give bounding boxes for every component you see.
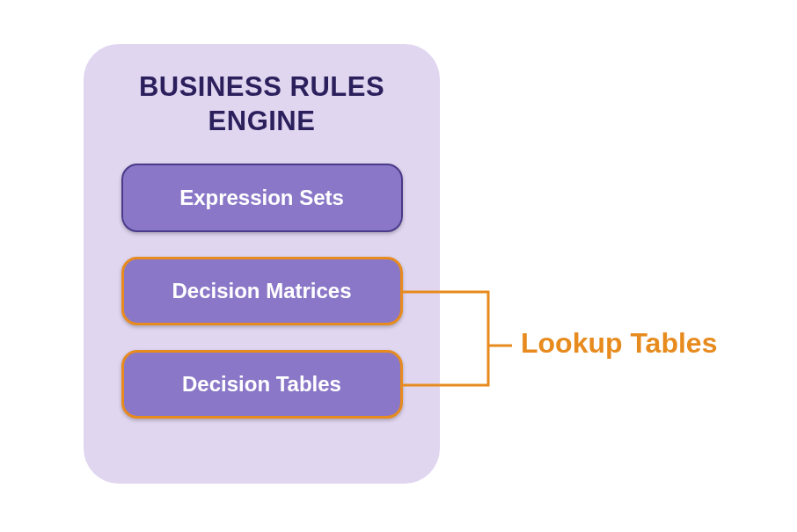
- engine-container: BUSINESS RULES ENGINE Expression Sets De…: [84, 44, 440, 484]
- engine-title-line2: ENGINE: [208, 106, 316, 136]
- decision-tables-label: Decision Tables: [182, 372, 341, 397]
- lookup-tables-text: Lookup Tables: [521, 327, 717, 359]
- decision-tables-box: Decision Tables: [121, 350, 403, 419]
- decision-matrices-box: Decision Matrices: [121, 257, 403, 325]
- decision-matrices-label: Decision Matrices: [172, 279, 351, 303]
- engine-title: BUSINESS RULES ENGINE: [110, 70, 413, 139]
- lookup-tables-label: Lookup Tables: [521, 327, 717, 360]
- expression-sets-box: Expression Sets: [121, 164, 403, 232]
- expression-sets-label: Expression Sets: [179, 186, 344, 210]
- engine-title-line1: BUSINESS RULES: [139, 71, 384, 102]
